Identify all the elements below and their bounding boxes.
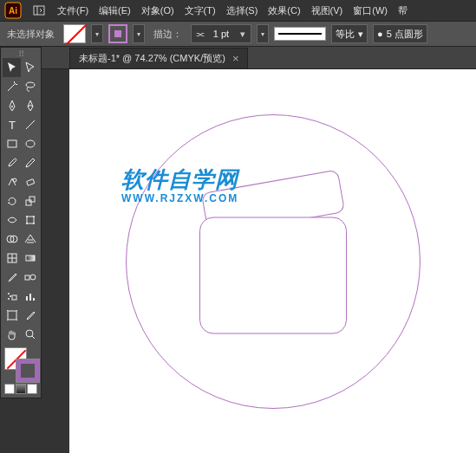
- document-tab-title: 未标题-1* @ 74.27% (CMYK/预览): [79, 52, 225, 65]
- svg-point-15: [26, 216, 28, 217]
- scale-tool[interactable]: [21, 191, 39, 210]
- svg-point-29: [10, 295, 11, 297]
- svg-rect-12: [26, 200, 31, 205]
- svg-rect-32: [29, 294, 31, 301]
- menu-select[interactable]: 选择(S): [221, 4, 264, 17]
- type-tool[interactable]: T: [3, 115, 21, 134]
- svg-text:Ai: Ai: [9, 6, 17, 16]
- artwork: [126, 114, 421, 409]
- svg-point-28: [8, 293, 10, 294]
- ellipse-tool[interactable]: [21, 134, 39, 153]
- hand-tool[interactable]: [3, 325, 21, 344]
- canvas[interactable]: 软件自学网 WWW.RJZXW.COM: [69, 69, 476, 453]
- svg-point-16: [33, 216, 35, 217]
- brush-preset-select[interactable]: ●5 点圆形: [373, 24, 427, 43]
- curvature-pen-tool[interactable]: [21, 96, 39, 115]
- panel-grab-handle[interactable]: ⠿: [3, 49, 39, 58]
- eraser-tool[interactable]: [21, 172, 39, 191]
- document-tab-strip: 未标题-1* @ 74.27% (CMYK/预览) ×: [0, 47, 476, 69]
- symbol-sprayer-tool[interactable]: [3, 287, 21, 306]
- eyedropper-tool[interactable]: [3, 268, 21, 287]
- menu-help[interactable]: 帮: [393, 4, 413, 17]
- color-mode-none[interactable]: [27, 384, 37, 394]
- menu-edit[interactable]: 编辑(E): [94, 4, 136, 17]
- artboard-tool[interactable]: [3, 306, 21, 325]
- mesh-tool[interactable]: [3, 249, 21, 268]
- stroke-color-box[interactable]: [16, 359, 39, 382]
- zoom-tool[interactable]: [21, 325, 39, 344]
- svg-rect-14: [27, 217, 34, 223]
- svg-rect-25: [25, 275, 29, 280]
- column-graph-tool[interactable]: [21, 287, 39, 306]
- slice-tool[interactable]: [21, 306, 39, 325]
- shape-builder-tool[interactable]: [3, 230, 21, 249]
- perspective-grid-tool[interactable]: [21, 230, 39, 249]
- svg-rect-24: [26, 256, 35, 261]
- link-icon: ⫘: [192, 29, 207, 39]
- svg-rect-27: [12, 295, 16, 300]
- menu-window[interactable]: 窗口(W): [348, 4, 393, 17]
- stroke-width-stepper[interactable]: ⫘ 1 pt ▾: [191, 24, 251, 43]
- close-icon[interactable]: ×: [232, 52, 239, 65]
- watermark-url: WWW.RJZXW.COM: [121, 192, 238, 204]
- gradient-tool[interactable]: [21, 249, 39, 268]
- lasso-tool[interactable]: [21, 77, 39, 96]
- pencil-tool[interactable]: [21, 153, 39, 172]
- menu-object[interactable]: 对象(O): [136, 4, 179, 17]
- stroke-swatch[interactable]: [108, 24, 127, 43]
- fill-stroke-indicator[interactable]: [3, 347, 41, 382]
- selection-status: 未选择对象: [3, 28, 58, 41]
- stroke-label: 描边：: [150, 28, 186, 41]
- svg-rect-11: [26, 179, 34, 185]
- stroke-dropdown[interactable]: ▾: [133, 24, 145, 43]
- svg-rect-34: [8, 311, 16, 320]
- brush-stroke-preview[interactable]: [274, 27, 326, 41]
- menu-type[interactable]: 文字(T): [179, 4, 221, 17]
- svg-point-35: [26, 330, 33, 337]
- document-tab[interactable]: 未标题-1* @ 74.27% (CMYK/预览) ×: [69, 48, 248, 68]
- magic-wand-tool[interactable]: [3, 77, 21, 96]
- paintbrush-tool[interactable]: [3, 153, 21, 172]
- color-mode-gradient[interactable]: [16, 384, 26, 394]
- artwork-circle: [126, 114, 421, 409]
- stroke-profile-dropdown[interactable]: ▾: [257, 24, 269, 43]
- panel-toggle-icon[interactable]: [26, 4, 52, 16]
- direct-selection-tool[interactable]: [21, 58, 39, 77]
- app-logo: Ai: [0, 0, 26, 21]
- svg-point-30: [8, 298, 10, 300]
- toolbox: ⠿ T: [0, 47, 42, 398]
- svg-point-9: [26, 140, 35, 147]
- scale-mode-select[interactable]: 等比▾: [331, 24, 368, 43]
- chevron-down-icon: ▾: [235, 29, 251, 40]
- color-mode-solid[interactable]: [4, 384, 15, 394]
- svg-line-7: [26, 120, 35, 129]
- menu-file[interactable]: 文件(F): [52, 4, 94, 17]
- svg-point-18: [33, 223, 35, 224]
- shaper-tool[interactable]: [3, 172, 21, 191]
- svg-rect-13: [29, 197, 35, 202]
- svg-point-26: [30, 275, 36, 280]
- selection-tool[interactable]: [3, 58, 21, 77]
- chevron-down-icon: ▾: [358, 29, 363, 40]
- svg-rect-8: [8, 140, 16, 147]
- pen-tool[interactable]: [3, 96, 21, 115]
- svg-line-36: [32, 336, 35, 339]
- artwork-folder-body: [199, 217, 347, 334]
- line-segment-tool[interactable]: [21, 115, 39, 134]
- width-tool[interactable]: [3, 210, 21, 230]
- fill-swatch[interactable]: [63, 24, 86, 43]
- rectangle-tool[interactable]: [3, 134, 21, 153]
- svg-point-5: [11, 106, 13, 107]
- rotate-tool[interactable]: [3, 191, 21, 210]
- free-transform-tool[interactable]: [21, 210, 39, 230]
- stroke-width-value: 1 pt: [207, 29, 235, 39]
- svg-point-10: [13, 178, 16, 182]
- blend-tool[interactable]: [21, 268, 39, 287]
- svg-point-17: [26, 223, 28, 224]
- svg-text:T: T: [9, 119, 16, 132]
- fill-dropdown[interactable]: ▾: [91, 24, 103, 43]
- menu-view[interactable]: 视图(V): [306, 4, 349, 17]
- menu-effect[interactable]: 效果(C): [263, 4, 305, 17]
- svg-rect-31: [26, 296, 28, 301]
- menu-bar: Ai 文件(F) 编辑(E) 对象(O) 文字(T) 选择(S) 效果(C) 视…: [0, 0, 476, 21]
